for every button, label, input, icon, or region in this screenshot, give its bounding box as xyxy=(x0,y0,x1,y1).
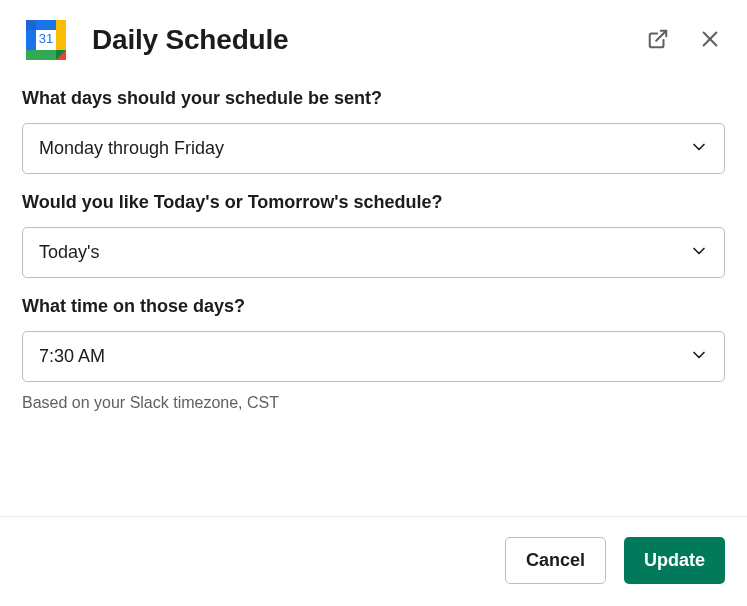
today-tomorrow-select-wrapper: Today's xyxy=(22,227,725,278)
time-select-value: 7:30 AM xyxy=(39,346,105,367)
today-tomorrow-select[interactable]: Today's xyxy=(22,227,725,278)
today-tomorrow-select-value: Today's xyxy=(39,242,99,263)
today-tomorrow-field-group: Would you like Today's or Tomorrow's sch… xyxy=(22,192,725,278)
modal-footer: Cancel Update xyxy=(0,516,747,606)
svg-rect-6 xyxy=(26,20,36,30)
time-label: What time on those days? xyxy=(22,296,725,317)
days-select-value: Monday through Friday xyxy=(39,138,224,159)
time-helper-text: Based on your Slack timezone, CST xyxy=(22,394,725,412)
close-icon xyxy=(699,28,721,53)
today-tomorrow-label: Would you like Today's or Tomorrow's sch… xyxy=(22,192,725,213)
time-field-group: What time on those days? 7:30 AM Based o… xyxy=(22,296,725,412)
days-select-wrapper: Monday through Friday xyxy=(22,123,725,174)
open-external-button[interactable] xyxy=(643,24,673,57)
time-select[interactable]: 7:30 AM xyxy=(22,331,725,382)
svg-line-9 xyxy=(656,30,666,40)
external-link-icon xyxy=(647,28,669,53)
svg-text:31: 31 xyxy=(39,31,53,46)
time-select-wrapper: 7:30 AM xyxy=(22,331,725,382)
cancel-button[interactable]: Cancel xyxy=(505,537,606,584)
days-select[interactable]: Monday through Friday xyxy=(22,123,725,174)
header-actions xyxy=(643,24,725,57)
close-button[interactable] xyxy=(695,24,725,57)
modal-header: 31 Daily Schedule xyxy=(0,0,747,70)
update-button[interactable]: Update xyxy=(624,537,725,584)
days-label: What days should your schedule be sent? xyxy=(22,88,725,109)
google-calendar-icon: 31 xyxy=(24,18,68,62)
daily-schedule-modal: 31 Daily Schedule xyxy=(0,0,747,606)
days-field-group: What days should your schedule be sent? … xyxy=(22,88,725,174)
modal-content: What days should your schedule be sent? … xyxy=(0,70,747,516)
modal-title: Daily Schedule xyxy=(92,24,643,56)
